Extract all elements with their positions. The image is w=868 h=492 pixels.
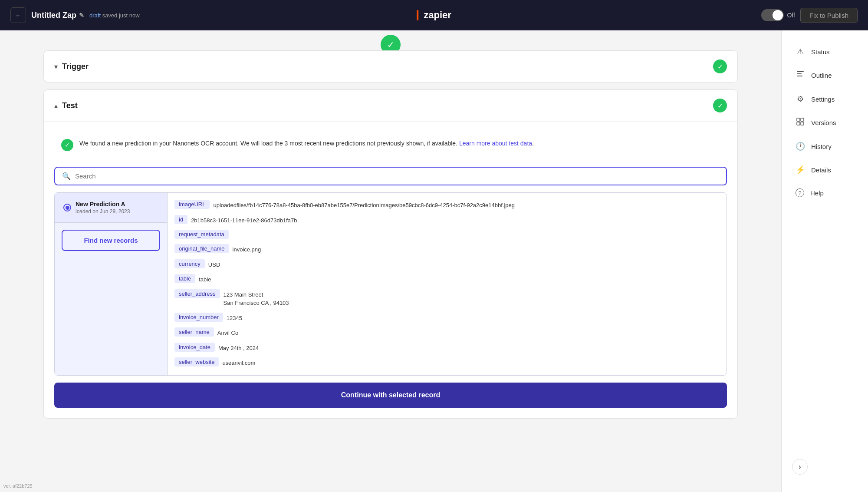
record-details: imageURL uploadedfiles/fb14c776-78a8-45b… [168, 193, 727, 375]
test-body: ✓ We found a new prediction in your Nano… [44, 121, 737, 418]
svg-rect-1 [797, 73, 802, 74]
table-row: seller_name Anvil Co [174, 327, 720, 337]
header-status-text: draft saved just now [89, 12, 140, 19]
test-header[interactable]: ▴ Test ✓ [44, 90, 737, 121]
sidebar-label-versions: Versions [811, 119, 836, 126]
sidebar-expand-button[interactable]: › [792, 459, 808, 475]
svg-rect-5 [797, 122, 800, 125]
field-value-seller-website: useanvil.com [222, 357, 255, 367]
field-value-seller-name: Anvil Co [217, 327, 238, 337]
version-badge: ver. af22b725 [3, 483, 33, 489]
sidebar-label-settings: Settings [811, 96, 835, 103]
sidebar-label-help: Help [810, 189, 824, 197]
field-value-imageurl: uploadedfiles/fb14c776-78a8-45ba-8fb0-eb… [213, 200, 515, 210]
field-value-invoice-date: May 24th , 2024 [218, 343, 259, 353]
test-title: Test [62, 101, 78, 110]
field-value-table: table [199, 274, 211, 284]
info-link[interactable]: Learn more about test data [459, 140, 532, 147]
continue-button[interactable]: Continue with selected record [54, 383, 727, 408]
right-sidebar: ⚠ Status Outline ⚙ Settings [781, 30, 868, 492]
test-header-left: ▴ Test [54, 101, 78, 110]
edit-icon[interactable]: ✎ [79, 12, 84, 19]
sidebar-item-help[interactable]: ? Help [785, 182, 865, 203]
field-key-seller-name: seller_name [174, 327, 214, 337]
toggle-container: Off [761, 9, 795, 21]
field-key-invoice-date: invoice_date [174, 343, 215, 352]
svg-rect-3 [797, 118, 800, 121]
sidebar-item-outline[interactable]: Outline [785, 64, 865, 86]
main-layout: ✓ ▾ Trigger ✓ ▴ Test ✓ [0, 30, 868, 492]
orange-bar-icon [417, 10, 418, 20]
field-key-request-metadata: request_metadata [174, 230, 229, 239]
sidebar-label-history: History [811, 143, 832, 150]
sidebar-label-outline: Outline [811, 72, 832, 79]
svg-rect-2 [797, 76, 802, 76]
table-row: seller_address 123 Main StreetSan Franci… [174, 289, 720, 307]
table-row: invoice_date May 24th , 2024 [174, 343, 720, 353]
field-key-invoice-number: invoice_number [174, 313, 223, 322]
info-text: We found a new prediction in your Nanone… [79, 139, 534, 148]
table-row: invoice_number 12345 [174, 313, 720, 323]
sidebar-item-versions[interactable]: Versions [785, 112, 865, 134]
search-icon: 🔍 [62, 172, 71, 180]
back-button[interactable]: ← [10, 7, 26, 23]
trigger-header-left: ▾ Trigger [54, 62, 89, 71]
draft-label[interactable]: draft [89, 12, 101, 19]
trigger-header[interactable]: ▾ Trigger ✓ [44, 51, 737, 82]
table-row: table table [174, 274, 720, 284]
app-header: ← Untitled Zap ✎ draft saved just now za… [0, 0, 868, 30]
help-icon: ? [796, 188, 804, 197]
field-key-currency: currency [174, 259, 205, 268]
status-icon: ⚠ [796, 47, 805, 56]
trigger-title: Trigger [62, 62, 89, 71]
sidebar-label-details: Details [811, 166, 831, 174]
info-message: We found a new prediction in your Nanone… [79, 140, 457, 147]
toggle-knob [773, 10, 783, 20]
svg-rect-6 [801, 122, 804, 125]
zap-title-text: Untitled Zap [31, 11, 76, 20]
record-info: New Prediction A loaded on Jun 29, 2023 [76, 201, 130, 215]
details-icon: ⚡ [796, 165, 805, 175]
sidebar-item-history[interactable]: 🕐 History [785, 135, 865, 157]
trigger-section: ▾ Trigger ✓ [43, 50, 738, 83]
info-check-icon: ✓ [61, 139, 73, 151]
sidebar-item-details[interactable]: ⚡ Details [785, 159, 865, 181]
trigger-chevron-icon: ▾ [54, 63, 58, 71]
find-new-records-button[interactable]: Find new records [62, 230, 160, 251]
toggle-label: Off [787, 12, 795, 19]
info-box: ✓ We found a new prediction in your Nano… [54, 132, 727, 158]
sidebar-label-status: Status [811, 48, 830, 56]
field-key-seller-address: seller_address [174, 289, 220, 298]
center-content: ✓ ▾ Trigger ✓ ▴ Test ✓ [0, 30, 781, 492]
table-row: currency USD [174, 259, 720, 269]
zapier-logo-text: zapier [424, 10, 451, 21]
trigger-status-check: ✓ [713, 59, 727, 73]
table-row: id 2b1b58c3-1651-11ee-91e2-86d73db1fa7b [174, 215, 720, 225]
search-wrapper: 🔍 [54, 167, 727, 185]
record-radio-inner [66, 206, 69, 210]
fix-to-publish-button[interactable]: Fix to Publish [800, 8, 858, 23]
list-item[interactable]: New Prediction A loaded on Jun 29, 2023 [55, 193, 167, 223]
field-value-seller-address: 123 Main StreetSan Francisco CA , 94103 [224, 289, 289, 307]
field-value-currency: USD [208, 259, 220, 269]
table-row: seller_website useanvil.com [174, 357, 720, 367]
field-key-id: id [174, 215, 187, 224]
sidebar-footer: › [782, 452, 868, 482]
table-row: request_metadata [174, 230, 720, 239]
on-off-toggle[interactable] [761, 9, 784, 21]
outline-icon [796, 70, 805, 80]
history-icon: 🕐 [796, 142, 805, 151]
search-input[interactable] [75, 172, 719, 180]
settings-icon: ⚙ [796, 94, 805, 104]
record-name: New Prediction A [76, 201, 130, 208]
test-status-check: ✓ [713, 99, 727, 112]
record-date: loaded on Jun 29, 2023 [76, 208, 130, 215]
records-list: New Prediction A loaded on Jun 29, 2023 … [55, 193, 168, 375]
sidebar-item-settings[interactable]: ⚙ Settings [785, 88, 865, 110]
versions-icon [796, 118, 805, 128]
zap-title: Untitled Zap ✎ [31, 11, 84, 20]
sidebar-item-status[interactable]: ⚠ Status [785, 41, 865, 63]
table-row: imageURL uploadedfiles/fb14c776-78a8-45b… [174, 200, 720, 210]
test-section: ▴ Test ✓ ✓ We found a new prediction in … [43, 89, 738, 419]
field-key-table: table [174, 274, 195, 283]
